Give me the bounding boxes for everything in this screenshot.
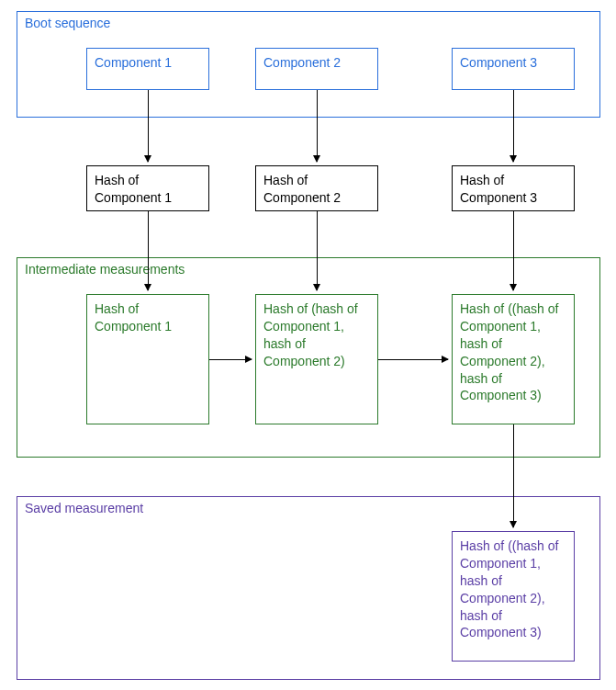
component-2-box: Component 2 — [255, 48, 378, 90]
arrow-comp1-to-hash1 — [148, 90, 149, 162]
intermediate-3-label: Hash of ((hash of Component 1, hash of C… — [460, 301, 558, 402]
component-1-box: Component 1 — [86, 48, 209, 90]
arrow-hash3-to-int3 — [513, 211, 514, 290]
intermediate-1-box: Hash of Component 1 — [86, 294, 209, 424]
intermediate-2-box: Hash of (hash of Component 1, hash of Co… — [255, 294, 378, 424]
saved-title: Saved measurement — [25, 501, 143, 515]
arrow-comp2-to-hash2 — [317, 90, 318, 162]
arrow-comp3-to-hash3 — [513, 90, 514, 162]
arrow-int2-to-int3 — [378, 359, 448, 360]
hash-component-3-label: Hash of Component 3 — [460, 173, 537, 205]
intermediate-1-label: Hash of Component 1 — [95, 301, 172, 334]
boot-sequence-title: Boot sequence — [25, 16, 110, 30]
saved-item-label: Hash of ((hash of Component 1, hash of C… — [460, 538, 558, 639]
intermediate-3-box: Hash of ((hash of Component 1, hash of C… — [452, 294, 575, 424]
hash-component-2-label: Hash of Component 2 — [263, 173, 341, 205]
intermediate-2-label: Hash of (hash of Component 1, hash of Co… — [263, 301, 358, 368]
component-3-box: Component 3 — [452, 48, 575, 90]
arrow-hash1-to-int1 — [148, 211, 149, 290]
arrow-hash2-to-int2 — [317, 211, 318, 290]
arrow-int3-to-saved — [513, 424, 514, 527]
saved-item-box: Hash of ((hash of Component 1, hash of C… — [452, 531, 575, 662]
hash-component-1-label: Hash of Component 1 — [95, 173, 172, 205]
arrow-int1-to-int2 — [209, 359, 252, 360]
hash-component-2-box: Hash of Component 2 — [255, 165, 378, 211]
hash-component-1-box: Hash of Component 1 — [86, 165, 209, 211]
component-1-label: Component 1 — [95, 55, 172, 70]
hash-component-3-box: Hash of Component 3 — [452, 165, 575, 211]
component-2-label: Component 2 — [263, 55, 341, 70]
component-3-label: Component 3 — [460, 55, 537, 70]
intermediate-title: Intermediate measurements — [25, 262, 185, 277]
